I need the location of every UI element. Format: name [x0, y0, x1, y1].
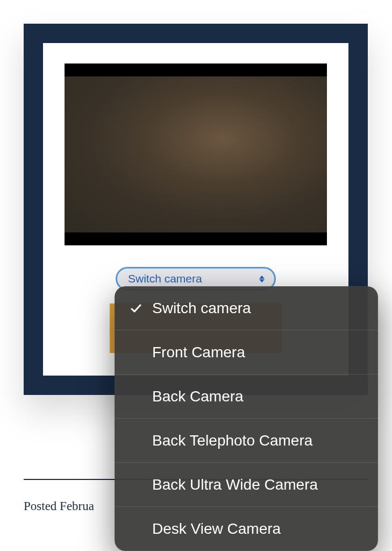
camera-picker-item[interactable]: Back Ultra Wide Camera — [115, 463, 378, 507]
camera-picker-item-label: Back Camera — [152, 388, 244, 405]
checkmark-icon — [129, 301, 144, 316]
posted-date-text: Posted Februa — [24, 499, 94, 513]
camera-picker-item-label: Switch camera — [152, 300, 251, 317]
camera-picker-item-label: Back Telephoto Camera — [152, 432, 312, 449]
camera-picker-item[interactable]: Switch camera — [115, 286, 378, 330]
camera-picker-item-label: Front Camera — [152, 344, 245, 361]
camera-picker-item-label: Desk View Camera — [152, 520, 281, 538]
camera-select-label: Switch camera — [128, 272, 202, 285]
posted-date-line: Posted Februa — [24, 499, 94, 513]
camera-picker-item-label: Back Ultra Wide Camera — [152, 476, 318, 493]
camera-video-image — [65, 76, 327, 232]
camera-picker-item[interactable]: Back Camera — [115, 375, 378, 419]
camera-picker-item[interactable]: Front Camera — [115, 330, 378, 375]
camera-video-preview — [65, 63, 327, 245]
camera-picker-item[interactable]: Desk View Camera — [115, 507, 378, 551]
camera-picker-item[interactable]: Back Telephoto Camera — [115, 419, 378, 463]
chevron-up-down-icon — [258, 274, 266, 284]
camera-picker-menu[interactable]: Switch cameraFront CameraBack CameraBack… — [115, 286, 378, 551]
